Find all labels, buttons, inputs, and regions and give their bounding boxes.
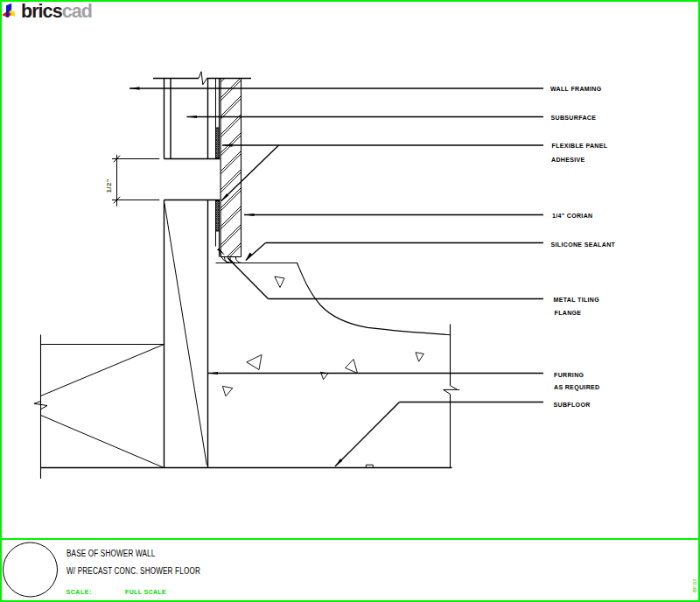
svg-text:FURRING: FURRING — [554, 372, 584, 378]
svg-text:SUBFLOOR: SUBFLOOR — [554, 402, 591, 408]
svg-text:bricscad: bricscad — [21, 1, 92, 22]
svg-text:FLANGE: FLANGE — [555, 310, 582, 316]
svg-text:BASE OF SHOWER WALL: BASE OF SHOWER WALL — [66, 550, 155, 559]
svg-text:W/ PRECAST CONC. SHOWER FLOOR: W/ PRECAST CONC. SHOWER FLOOR — [66, 567, 200, 577]
svg-text:FULL SCALE: FULL SCALE — [125, 589, 166, 595]
svg-text:METAL TILING: METAL TILING — [554, 297, 600, 303]
svg-text:AS REQUIRED: AS REQUIRED — [554, 384, 599, 391]
svg-text:SILICONE SEALANT: SILICONE SEALANT — [551, 242, 616, 248]
svg-text:1/4" CORIAN: 1/4" CORIAN — [552, 213, 592, 219]
svg-text:WALL FRAMING: WALL FRAMING — [550, 86, 602, 92]
svg-text:SUBSURFACE: SUBSURFACE — [551, 115, 597, 121]
svg-text:SCALE:: SCALE: — [66, 589, 92, 595]
svg-text:FLEXIBLE PANEL: FLEXIBLE PANEL — [552, 143, 608, 149]
svg-text:1/2": 1/2" — [105, 178, 113, 193]
svg-text:BP 2/2: BP 2/2 — [692, 579, 697, 592]
svg-text:ADHESIVE: ADHESIVE — [551, 157, 585, 163]
